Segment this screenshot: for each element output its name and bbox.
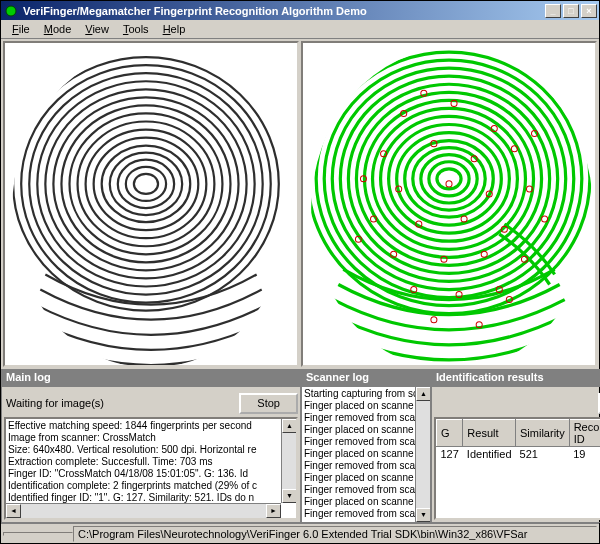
scanner-log-list[interactable]: Starting capturing from scFinger placed … <box>302 387 430 522</box>
svg-point-16 <box>21 65 271 302</box>
svg-point-10 <box>69 113 222 254</box>
app-icon <box>3 3 19 19</box>
menu-file[interactable]: File <box>5 21 37 37</box>
menu-help[interactable]: Help <box>156 21 193 37</box>
svg-point-12 <box>53 97 238 270</box>
scrollbar-horizontal[interactable]: ◄ ► <box>6 503 281 518</box>
svg-point-3 <box>126 167 166 201</box>
bottom-panels: Main log Waiting for image(s) Stop Effec… <box>1 369 599 523</box>
main-area: Main log Waiting for image(s) Stop Effec… <box>1 39 599 523</box>
log-line[interactable]: Finger removed from scan <box>304 436 428 448</box>
menu-view[interactable]: View <box>78 21 116 37</box>
svg-point-61 <box>542 216 548 222</box>
svg-point-22 <box>413 148 485 210</box>
log-line[interactable]: Finger placed on scanne <box>304 424 428 436</box>
col-result[interactable]: Result <box>463 420 516 447</box>
title-bar[interactable]: VeriFinger/Megamatcher Fingerprint Recog… <box>1 1 599 20</box>
stop-button-main[interactable]: Stop <box>239 393 298 414</box>
svg-point-13 <box>45 89 246 278</box>
svg-point-23 <box>405 141 494 217</box>
log-line[interactable]: Finger removed from scan <box>304 460 428 472</box>
log-line[interactable]: Finger placed on scanne <box>304 472 428 484</box>
menu-tools[interactable]: Tools <box>116 21 156 37</box>
log-line[interactable]: Finger placed on scanne <box>304 448 428 460</box>
svg-point-49 <box>461 216 467 222</box>
col-g[interactable]: G <box>437 420 463 447</box>
results-header: Identification results <box>432 370 600 387</box>
log-line[interactable]: Extraction complete: Succesfull. Time: 7… <box>8 456 294 468</box>
minimize-button[interactable]: _ <box>545 4 561 18</box>
log-line[interactable]: Finger placed on scanne <box>304 496 428 508</box>
maximize-button[interactable]: □ <box>563 4 579 18</box>
scroll-down-icon[interactable]: ▼ <box>416 508 430 522</box>
log-line[interactable]: Finger removed from scan <box>304 484 428 496</box>
table-row[interactable]: 127 Identified 521 19 1 <box>437 447 601 462</box>
fingerprint-processed-panel[interactable] <box>301 41 597 367</box>
window-controls: _ □ × <box>543 4 597 18</box>
scanner-log-header: Scanner log <box>302 370 430 387</box>
status-cell-1 <box>3 532 73 536</box>
window-title: VeriFinger/Megamatcher Fingerprint Recog… <box>23 5 543 17</box>
svg-point-6 <box>102 146 191 222</box>
fingerprint-original-panel[interactable] <box>3 41 299 367</box>
svg-point-19 <box>437 169 461 189</box>
fingerprint-original <box>5 43 297 365</box>
scroll-up-icon[interactable]: ▲ <box>282 419 297 433</box>
svg-point-9 <box>78 121 215 246</box>
app-window: VeriFinger/Megamatcher Fingerprint Recog… <box>0 0 600 544</box>
svg-point-0 <box>6 6 16 16</box>
svg-point-20 <box>429 162 469 196</box>
table-header-row: G Result Similarity Record ID Finger ID <box>437 420 601 447</box>
scanner-log-panel: Scanner log Starting capturing from scFi… <box>301 369 431 523</box>
svg-point-29 <box>356 92 541 265</box>
close-button[interactable]: × <box>581 4 597 18</box>
log-line[interactable]: Finger removed from scan <box>304 412 428 424</box>
svg-point-33 <box>324 60 574 297</box>
main-log-list[interactable]: Effective matching speed: 1844 fingerpri… <box>4 417 298 520</box>
log-line[interactable]: Finger placed on scanne <box>304 400 428 412</box>
svg-point-30 <box>348 84 549 273</box>
col-record-id[interactable]: Record ID <box>569 420 600 447</box>
scrollbar-vertical[interactable]: ▲ ▼ <box>415 387 430 522</box>
log-line[interactable]: Image from scanner: CrossMatch <box>8 432 294 444</box>
svg-point-26 <box>381 116 518 241</box>
scroll-up-icon[interactable]: ▲ <box>416 387 430 401</box>
log-line[interactable]: Size: 640x480. Vertical resolution: 500 … <box>8 444 294 456</box>
menu-bar: File Mode View Tools Help <box>1 20 599 39</box>
waiting-label: Waiting for image(s) <box>4 395 106 411</box>
scroll-right-icon[interactable]: ► <box>266 504 281 518</box>
status-bar: C:\Program Files\Neurotechnology\VeriFin… <box>1 523 599 543</box>
log-line[interactable]: Finger removed from scan <box>304 508 428 520</box>
log-line[interactable]: Starting capturing from sc <box>304 388 428 400</box>
svg-point-44 <box>446 181 452 187</box>
svg-point-5 <box>110 153 182 215</box>
svg-point-42 <box>511 146 517 152</box>
scrollbar-vertical[interactable]: ▲ ▼ <box>281 419 296 503</box>
menu-mode[interactable]: Mode <box>37 21 79 37</box>
log-line[interactable]: Effective matching speed: 1844 fingerpri… <box>8 420 294 432</box>
scroll-left-icon[interactable]: ◄ <box>6 504 21 518</box>
status-path: C:\Program Files\Neurotechnology\VeriFin… <box>73 526 597 542</box>
col-similarity[interactable]: Similarity <box>516 420 570 447</box>
log-line[interactable]: Identification complete: 2 fingerprints … <box>8 480 294 492</box>
scroll-down-icon[interactable]: ▼ <box>282 489 297 503</box>
fingerprint-row <box>1 39 599 369</box>
svg-point-2 <box>134 174 158 194</box>
results-panel: Identification results Stop G Result Sim… <box>431 369 600 523</box>
results-table[interactable]: G Result Similarity Record ID Finger ID … <box>434 417 600 520</box>
log-line[interactable]: Finger ID: "CrossMatch 04/18/08 15:01:05… <box>8 468 294 480</box>
main-log-header: Main log <box>2 370 300 387</box>
svg-point-58 <box>431 317 437 323</box>
fingerprint-processed <box>303 43 595 365</box>
svg-point-53 <box>481 251 487 257</box>
main-log-panel: Main log Waiting for image(s) Stop Effec… <box>1 369 301 523</box>
